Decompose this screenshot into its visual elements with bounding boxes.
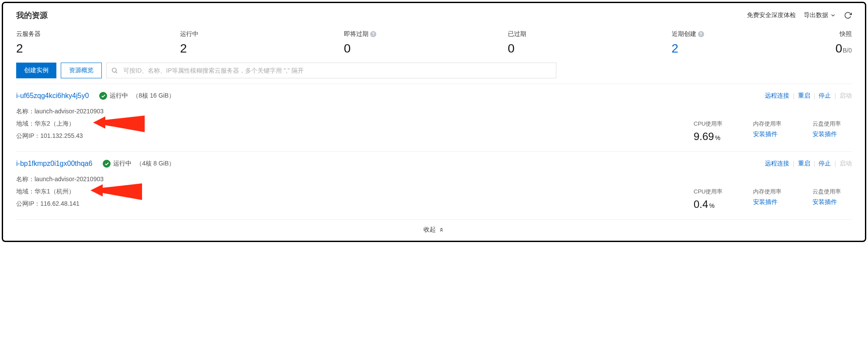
chevron-down-icon (830, 12, 836, 18)
disk-metric-label: 云盘使用率 (812, 120, 852, 128)
disk-metric: 云盘使用率 安装插件 (812, 120, 852, 143)
stop-link[interactable]: 停止 (819, 160, 831, 168)
stat-expired-label: 已过期 (508, 30, 672, 38)
help-icon[interactable]: ? (370, 31, 376, 37)
stat-snapshot-suffix: B/0 (843, 47, 852, 54)
svg-line-1 (116, 72, 117, 73)
install-plugin-link[interactable]: 安装插件 (753, 130, 792, 138)
export-data-link[interactable]: 导出数据 (804, 11, 836, 19)
stat-expired-value: 0 (508, 42, 672, 55)
instance-ip: 101.132.255.43 (40, 132, 83, 139)
instance-spec: （8核 16 GiB） (132, 92, 174, 100)
svg-point-0 (112, 68, 116, 72)
region-label: 地域： (16, 120, 35, 127)
name-label: 名称： (16, 108, 35, 115)
chevron-double-up-icon (438, 227, 444, 233)
export-data-label: 导出数据 (804, 11, 828, 18)
instance-status-text: 运行中 (110, 92, 128, 100)
instance-name: launch-advisor-20210903 (35, 176, 104, 183)
stat-snapshot: 快照 0B/0 (835, 30, 852, 55)
restart-link[interactable]: 重启 (798, 160, 810, 168)
stat-snapshot-number: 0 (835, 42, 842, 55)
cpu-metric-label: CPU使用率 (694, 188, 733, 196)
stat-expired: 已过期 0 (508, 30, 672, 55)
percent-sign: % (715, 134, 720, 141)
instance-ip: 116.62.48.141 (40, 200, 80, 207)
instance-row: i-uf65zqg4kci6hky4j5y0 运行中 （8核 16 GiB） 远… (16, 84, 852, 151)
stat-running-label: 运行中 (180, 30, 344, 38)
cpu-metric-label: CPU使用率 (694, 120, 733, 128)
create-instance-button[interactable]: 创建实例 (16, 63, 56, 78)
stat-running: 运行中 2 (180, 30, 344, 55)
ip-label: 公网IP： (16, 132, 40, 139)
install-plugin-link[interactable]: 安装插件 (753, 198, 792, 206)
instance-region: 华东2（上海） (35, 120, 75, 127)
remote-connect-link[interactable]: 远程连接 (765, 92, 789, 100)
mem-metric-label: 内存使用率 (753, 120, 792, 128)
security-check-link[interactable]: 免费安全深度体检 (747, 11, 796, 19)
instance-row: i-bp1fkmpz0i1gx00thqa6 运行中 （4核 8 GiB） 远程… (16, 151, 852, 219)
instance-id-link[interactable]: i-bp1fkmpz0i1gx00thqa6 (16, 160, 92, 168)
mem-metric-label: 内存使用率 (753, 188, 792, 196)
region-label: 地域： (16, 188, 35, 195)
search-icon (111, 67, 118, 74)
percent-sign: % (709, 202, 714, 209)
stat-recent[interactable]: 近期创建 ? 2 (672, 30, 836, 55)
search-box[interactable] (106, 63, 556, 78)
instance-spec: （4核 8 GiB） (136, 160, 175, 168)
restart-link[interactable]: 重启 (798, 92, 810, 100)
stat-recent-label: 近期创建 (672, 30, 696, 38)
instance-status-text: 运行中 (113, 160, 132, 168)
name-label: 名称： (16, 176, 35, 183)
remote-connect-link[interactable]: 远程连接 (765, 160, 789, 168)
cpu-metric: CPU使用率 9.69% (694, 120, 733, 143)
stat-snapshot-label: 快照 (835, 30, 852, 38)
refresh-button[interactable] (844, 11, 852, 19)
cpu-metric-value: 9.69 (694, 130, 714, 142)
stop-link[interactable]: 停止 (819, 92, 831, 100)
status-running-icon (103, 160, 111, 168)
disk-metric: 云盘使用率 安装插件 (812, 188, 852, 211)
refresh-icon (844, 11, 852, 19)
start-link: 启动 (840, 160, 852, 168)
instance-region: 华东1（杭州） (35, 188, 75, 195)
start-link: 启动 (840, 92, 852, 100)
page-title: 我的资源 (16, 10, 48, 21)
stat-servers: 云服务器 2 (16, 30, 180, 55)
instance-id-link[interactable]: i-uf65zqg4kci6hky4j5y0 (16, 92, 89, 100)
help-icon[interactable]: ? (698, 31, 704, 37)
stat-servers-label: 云服务器 (16, 30, 180, 38)
instance-status: 运行中 （4核 8 GiB） (103, 160, 175, 168)
status-running-icon (99, 92, 107, 100)
install-plugin-link[interactable]: 安装插件 (812, 130, 852, 138)
cpu-metric: CPU使用率 0.4% (694, 188, 733, 211)
stat-recent-value: 2 (672, 42, 836, 55)
instance-name: launch-advisor-20210903 (35, 108, 104, 115)
mem-metric: 内存使用率 安装插件 (753, 120, 792, 143)
mem-metric: 内存使用率 安装插件 (753, 188, 792, 211)
stat-running-value: 2 (180, 42, 344, 55)
disk-metric-label: 云盘使用率 (812, 188, 852, 196)
collapse-label: 收起 (424, 226, 436, 234)
install-plugin-link[interactable]: 安装插件 (812, 198, 852, 206)
stat-expiring-value: 0 (344, 42, 508, 55)
stat-expiring-label: 即将过期 (344, 30, 368, 38)
stat-expiring: 即将过期 ? 0 (344, 30, 508, 55)
stat-snapshot-value: 0B/0 (835, 42, 852, 55)
resource-overview-button[interactable]: 资源概览 (61, 63, 102, 78)
stat-servers-value: 2 (16, 42, 180, 55)
cpu-metric-value: 0.4 (694, 198, 708, 210)
collapse-button[interactable]: 收起 (16, 219, 852, 236)
ip-label: 公网IP： (16, 200, 40, 207)
instance-status: 运行中 （8核 16 GiB） (99, 92, 174, 100)
search-input[interactable] (122, 67, 552, 74)
